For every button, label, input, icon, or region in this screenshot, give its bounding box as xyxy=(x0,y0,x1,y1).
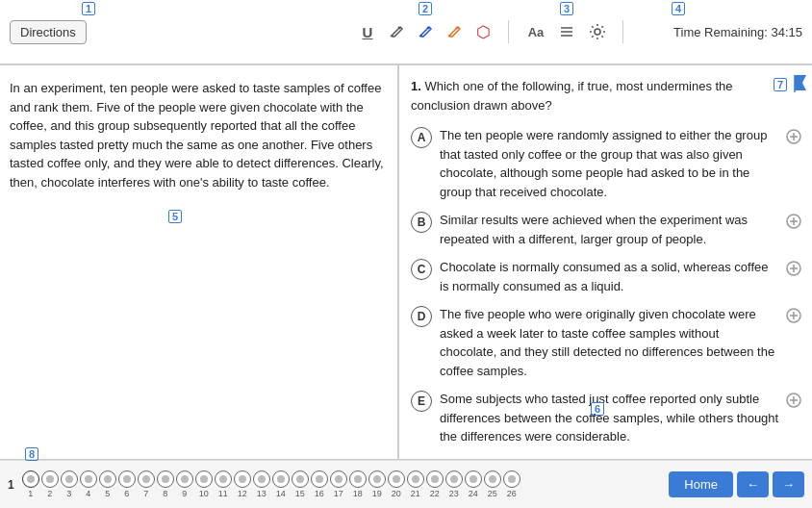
dot-23[interactable] xyxy=(445,470,463,488)
dot-12[interactable] xyxy=(234,470,251,488)
dot-3[interactable] xyxy=(61,470,78,488)
question-number: 1. xyxy=(411,79,421,93)
dot-num-12: 12 xyxy=(234,489,251,498)
label-6: 6 xyxy=(591,402,604,416)
dot-num-19: 19 xyxy=(368,489,386,498)
choice-e-icon[interactable] xyxy=(785,392,802,412)
view-tool-group: Aa xyxy=(524,20,623,43)
dot-num-13: 13 xyxy=(253,489,270,498)
passage: In an experiment, ten people were asked … xyxy=(0,65,399,459)
dot-4[interactable] xyxy=(80,470,97,488)
dot-1[interactable] xyxy=(22,470,39,488)
dot-num-26: 26 xyxy=(503,489,520,498)
dot-13[interactable] xyxy=(253,470,270,488)
dot-num-1: 1 xyxy=(22,489,39,498)
next-button[interactable]: → xyxy=(773,471,804,497)
pencil-tool[interactable] xyxy=(385,20,408,43)
dot-num-6: 6 xyxy=(118,489,136,498)
dot-10[interactable] xyxy=(195,470,213,488)
dot-num-21: 21 xyxy=(407,489,424,498)
dot-num-23: 23 xyxy=(445,489,463,498)
choice-b-icon[interactable] xyxy=(785,213,802,233)
dot-8[interactable] xyxy=(157,470,174,488)
dot-20[interactable] xyxy=(388,470,405,488)
dot-num-17: 17 xyxy=(330,489,347,498)
dot-18[interactable] xyxy=(349,470,367,488)
choice-b-label: B xyxy=(411,212,432,233)
choice-a[interactable]: A The ten people were randomly assigned … xyxy=(411,126,802,201)
label-8: 8 xyxy=(25,447,38,461)
dot-num-18: 18 xyxy=(349,489,367,498)
dot-16[interactable] xyxy=(311,470,328,488)
dots-row xyxy=(22,470,670,488)
choice-d-icon[interactable] xyxy=(785,307,802,327)
highlight-orange-tool[interactable] xyxy=(443,20,466,43)
choice-d-label: D xyxy=(411,306,432,327)
dot-num-24: 24 xyxy=(465,489,482,498)
dot-5[interactable] xyxy=(99,470,116,488)
line-spacing-tool[interactable] xyxy=(555,20,578,43)
dot-numbers-row: 1 2 3 4 5 6 7 8 9 10 11 12 13 14 15 16 1… xyxy=(22,489,670,498)
dot-num-9: 9 xyxy=(176,489,193,498)
dot-7[interactable] xyxy=(138,470,155,488)
time-remaining: Time Remaining: 34:15 xyxy=(673,25,802,39)
toolbar: 1 Directions 2 U ⬡ 3 Aa 4 Time Remaining… xyxy=(0,0,812,65)
dot-num-16: 16 xyxy=(311,489,328,498)
dot-11[interactable] xyxy=(215,470,232,488)
dot-num-5: 5 xyxy=(99,489,116,498)
dot-num-22: 22 xyxy=(426,489,444,498)
choice-d[interactable]: D The five people who were originally gi… xyxy=(411,305,802,380)
answer-choices: A The ten people were randomly assigned … xyxy=(411,126,802,446)
dot-15[interactable] xyxy=(292,470,309,488)
dot-num-25: 25 xyxy=(484,489,501,498)
dot-14[interactable] xyxy=(272,470,290,488)
flag-container: 7 xyxy=(774,73,808,95)
text-size-tool[interactable]: Aa xyxy=(524,20,547,43)
dot-num-2: 2 xyxy=(41,489,59,498)
dot-26[interactable] xyxy=(503,470,520,488)
current-question-label: 1 xyxy=(8,478,14,492)
dot-6[interactable] xyxy=(118,470,136,488)
question-area: 7 1. Which one of the following, if true… xyxy=(399,65,812,459)
dot-num-4: 4 xyxy=(80,489,97,498)
dot-22[interactable] xyxy=(426,470,444,488)
choice-b[interactable]: B Similar results were achieved when the… xyxy=(411,211,802,248)
choice-c[interactable]: C Chocolate is normally consumed as a so… xyxy=(411,258,802,295)
flag-button[interactable] xyxy=(793,73,808,95)
choice-e-label: E xyxy=(411,391,432,412)
dot-24[interactable] xyxy=(465,470,482,488)
choice-d-text: The five people who were originally give… xyxy=(440,305,779,380)
dot-9[interactable] xyxy=(176,470,193,488)
choice-e[interactable]: E Some subjects who tasted just coffee r… xyxy=(411,390,802,446)
dot-21[interactable] xyxy=(407,470,424,488)
text-tool-group: U ⬡ xyxy=(356,20,509,43)
dot-num-14: 14 xyxy=(272,489,290,498)
label-4: 4 xyxy=(672,2,685,15)
dot-17[interactable] xyxy=(330,470,347,488)
passage-text: In an experiment, ten people were asked … xyxy=(10,79,384,191)
choice-a-label: A xyxy=(411,127,432,148)
highlight-blue-tool[interactable] xyxy=(414,20,437,43)
dot-19[interactable] xyxy=(368,470,386,488)
label-3: 3 xyxy=(560,2,573,15)
dot-2[interactable] xyxy=(41,470,59,488)
dot-num-20: 20 xyxy=(388,489,405,498)
dot-num-10: 10 xyxy=(195,489,213,498)
svg-point-3 xyxy=(595,29,600,35)
choice-c-icon[interactable] xyxy=(785,260,802,280)
dot-25[interactable] xyxy=(484,470,501,488)
prev-button[interactable]: ← xyxy=(737,471,769,497)
underline-tool[interactable]: U xyxy=(356,20,379,43)
question-body: Which one of the following, if true, mos… xyxy=(411,79,733,113)
dot-num-11: 11 xyxy=(215,489,232,498)
home-button[interactable]: Home xyxy=(669,471,733,497)
dot-num-3: 3 xyxy=(61,489,78,498)
bottom-bar: 8 1 xyxy=(0,460,812,508)
dot-num-15: 15 xyxy=(292,489,309,498)
choice-a-icon[interactable] xyxy=(785,128,802,148)
choice-c-label: C xyxy=(411,259,432,280)
directions-button[interactable]: Directions xyxy=(10,20,87,44)
eraser-tool[interactable]: ⬡ xyxy=(471,20,495,43)
label-2: 2 xyxy=(419,2,432,15)
settings-tool[interactable] xyxy=(586,20,609,43)
